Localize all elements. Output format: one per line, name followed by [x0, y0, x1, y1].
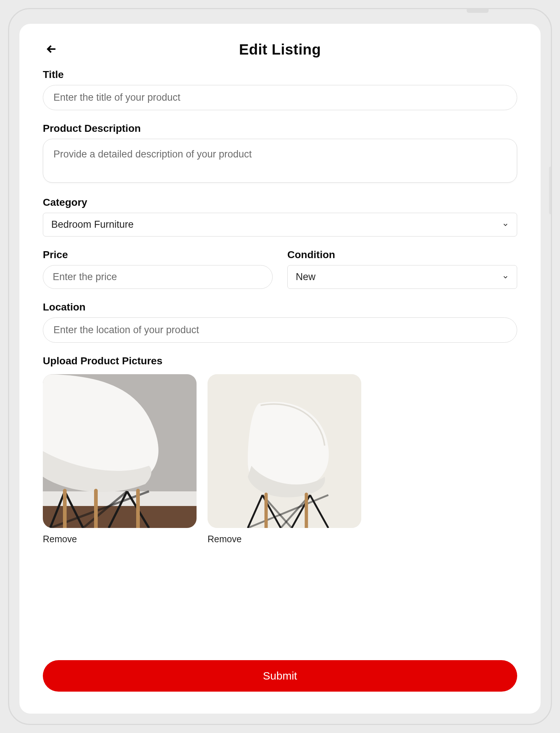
description-field: Product Description: [43, 123, 517, 184]
listing-form: Title Product Description Category Bedro…: [43, 69, 517, 692]
category-value: Bedroom Furniture: [43, 213, 494, 236]
product-thumb-2[interactable]: [208, 374, 361, 528]
category-field: Category Bedroom Furniture: [43, 197, 517, 237]
remove-image-2[interactable]: Remove: [208, 534, 242, 544]
title-input[interactable]: [43, 85, 517, 110]
condition-value: New: [288, 265, 494, 289]
chevron-down-icon: [494, 274, 517, 280]
arrow-left-icon: [45, 42, 58, 57]
edit-listing-card: Edit Listing Title Product Description C…: [19, 24, 541, 714]
category-select[interactable]: Bedroom Furniture: [43, 213, 517, 237]
chair-icon: [208, 374, 361, 528]
product-thumb-1[interactable]: [43, 374, 197, 528]
description-label: Product Description: [43, 123, 517, 134]
images-row: Remove: [43, 374, 517, 544]
submit-button[interactable]: Submit: [43, 660, 517, 692]
price-condition-row: Price Condition New: [43, 249, 517, 289]
location-field: Location: [43, 301, 517, 343]
device-top-indicator: [467, 9, 489, 13]
device-screen: Edit Listing Title Product Description C…: [8, 8, 552, 725]
upload-label: Upload Product Pictures: [43, 355, 517, 367]
description-input[interactable]: [43, 139, 517, 183]
price-input[interactable]: [43, 265, 273, 289]
price-field: Price: [43, 249, 273, 289]
product-image-2: Remove: [208, 374, 361, 544]
condition-label: Condition: [287, 249, 517, 261]
category-label: Category: [43, 197, 517, 208]
location-input[interactable]: [43, 317, 517, 343]
chevron-down-icon: [494, 222, 517, 228]
device-frame: Edit Listing Title Product Description C…: [0, 0, 560, 733]
upload-field: Upload Product Pictures: [43, 355, 517, 544]
title-field: Title: [43, 69, 517, 110]
back-button[interactable]: [43, 41, 60, 59]
chair-icon: [43, 374, 197, 528]
title-label: Title: [43, 69, 517, 81]
product-image-1: Remove: [43, 374, 197, 544]
spacer: [43, 557, 517, 653]
condition-field: Condition New: [287, 249, 517, 289]
remove-image-1[interactable]: Remove: [43, 534, 77, 544]
price-label: Price: [43, 249, 273, 261]
page-title: Edit Listing: [239, 41, 321, 58]
device-side-indicator: [549, 167, 552, 214]
condition-select[interactable]: New: [287, 265, 517, 289]
header: Edit Listing: [43, 41, 517, 58]
location-label: Location: [43, 301, 517, 313]
